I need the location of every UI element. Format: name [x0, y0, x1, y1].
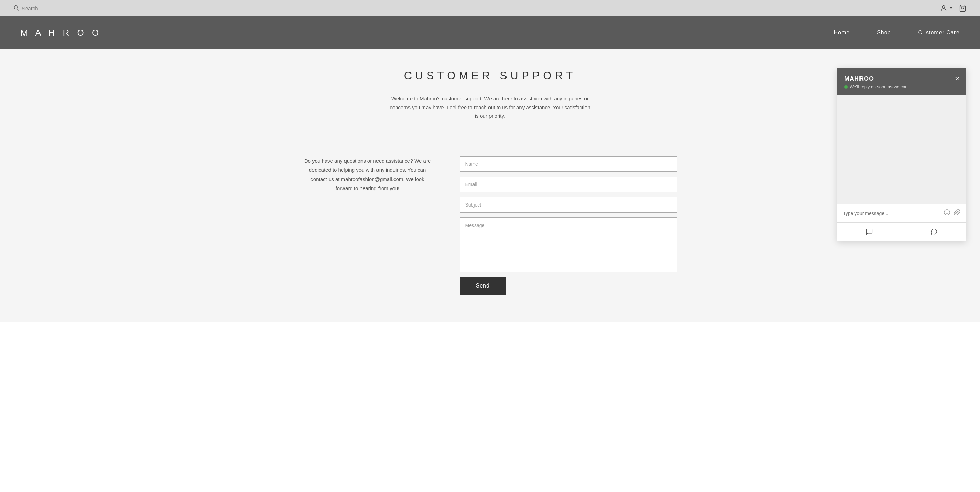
- chat-close-button[interactable]: ×: [955, 75, 959, 82]
- nav-links: Home Shop Customer Care: [834, 30, 959, 36]
- chat-input-icons: [943, 209, 961, 217]
- send-button[interactable]: Send: [460, 277, 506, 295]
- attachment-icon[interactable]: [954, 209, 961, 217]
- svg-point-4: [944, 209, 950, 215]
- top-bar: [0, 0, 980, 16]
- subject-input[interactable]: [460, 197, 678, 213]
- navbar: M A H R O O Home Shop Customer Care: [0, 16, 980, 49]
- name-input[interactable]: [460, 156, 678, 172]
- svg-point-2: [942, 6, 945, 8]
- contact-description: Do you have any questions or need assist…: [303, 156, 432, 193]
- chat-input-area: [837, 204, 966, 222]
- chat-status-dot: [844, 86, 848, 89]
- account-button[interactable]: [940, 5, 953, 12]
- divider: [303, 137, 678, 137]
- nav-home[interactable]: Home: [834, 30, 850, 36]
- chat-status-text: We'll reply as soon as we can: [850, 84, 908, 89]
- main-content: CUSTOMER SUPPORT Welcome to Mahroo's cus…: [0, 49, 980, 322]
- chat-status: We'll reply as soon as we can: [844, 84, 908, 89]
- brand-logo[interactable]: M A H R O O: [21, 27, 102, 38]
- svg-point-0: [14, 5, 18, 9]
- contact-form: Send: [460, 156, 678, 295]
- svg-line-1: [17, 8, 19, 10]
- chat-body: [837, 95, 966, 204]
- nav-customer-care[interactable]: Customer Care: [918, 30, 959, 36]
- nav-shop[interactable]: Shop: [877, 30, 891, 36]
- search-icon: [14, 5, 19, 11]
- chat-footer: [837, 222, 966, 241]
- chat-header: MAHROO We'll reply as soon as we can ×: [837, 68, 966, 95]
- chat-whatsapp-btn[interactable]: [902, 222, 966, 241]
- chat-message-btn[interactable]: [837, 222, 902, 241]
- cart-button[interactable]: [959, 5, 966, 12]
- email-input[interactable]: [460, 176, 678, 192]
- search-input[interactable]: [22, 5, 83, 11]
- message-input[interactable]: [460, 217, 678, 272]
- page-description: Welcome to Mahroo's customer support! We…: [388, 94, 592, 121]
- chat-message-input[interactable]: [843, 211, 940, 216]
- search-area[interactable]: [14, 5, 83, 11]
- chat-brand-name: MAHROO: [844, 75, 908, 83]
- chat-header-info: MAHROO We'll reply as soon as we can: [844, 75, 908, 89]
- emoji-icon[interactable]: [943, 209, 950, 217]
- page-title: CUSTOMER SUPPORT: [14, 70, 966, 82]
- chat-widget: MAHROO We'll reply as soon as we can ×: [837, 68, 966, 241]
- user-actions: [940, 5, 966, 12]
- contact-section: Do you have any questions or need assist…: [303, 156, 678, 295]
